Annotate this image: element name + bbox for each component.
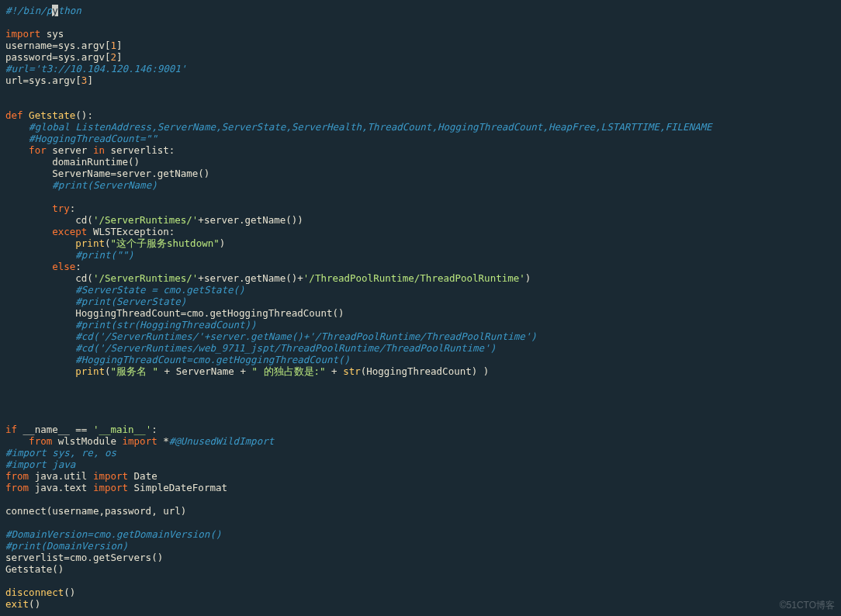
code-token: connect(username,password, url): [5, 505, 186, 517]
code-token: from: [5, 470, 29, 482]
code-token: def: [5, 109, 23, 121]
code-token: + ServerName +: [158, 365, 251, 377]
code-token: +server.getName()): [198, 214, 303, 226]
code-line: [5, 412, 836, 424]
code-token: import: [93, 482, 128, 493]
code-token: java.text: [29, 482, 93, 493]
code-token: Getstate(): [5, 563, 64, 575]
code-line: cd('/ServerRuntimes/'+server.getName()): [5, 214, 836, 226]
code-line: try:: [5, 202, 836, 214]
code-token: str: [343, 365, 361, 377]
code-token: ]: [116, 40, 123, 51]
code-token: [5, 179, 52, 191]
code-token: import: [93, 470, 128, 482]
code-token: " 的独占数是:": [251, 365, 325, 377]
code-token: exit: [5, 598, 29, 610]
code-token: cd(: [5, 272, 93, 284]
code-token: [5, 202, 52, 214]
code-token: [5, 330, 75, 342]
code-line: import sys: [5, 28, 836, 40]
code-token: print: [75, 237, 105, 249]
code-token: [5, 121, 29, 133]
code-line: #import java: [5, 459, 836, 470]
code-line: Getstate(): [5, 563, 836, 575]
code-token: in: [93, 144, 105, 156]
code-line: [5, 86, 836, 98]
code-token: from: [5, 482, 29, 493]
code-token: WLSTException:: [87, 226, 175, 237]
code-token: [5, 284, 75, 296]
code-token: [5, 133, 29, 144]
code-line: else:: [5, 261, 836, 272]
code-line: #import sys, re, os: [5, 447, 836, 459]
code-line: connect(username,password, url): [5, 505, 836, 517]
code-token: #print(str(HoggingThreadCount)): [75, 319, 256, 330]
code-token: import: [5, 28, 40, 40]
code-line: #!/bin/python: [5, 5, 836, 16]
code-token: #ServerState = cmo.getState(): [75, 284, 244, 296]
code-line: from java.util import Date: [5, 470, 836, 482]
code-token: wlstModule: [52, 435, 122, 447]
code-token: [5, 319, 75, 330]
code-token: 2: [110, 51, 116, 63]
code-token: #import sys, re, os: [5, 447, 116, 459]
code-line: [5, 575, 836, 587]
code-line: disconnect(): [5, 587, 836, 598]
code-token: #global ListenAddress,ServerName,ServerS…: [29, 121, 712, 133]
code-token: (HoggingThreadCount) ): [361, 365, 490, 377]
code-token: #HoggingThreadCount=cmo.getHoggingThread…: [75, 354, 350, 365]
code-token: #import java: [5, 459, 75, 470]
code-token: [5, 354, 75, 365]
code-token: #print(ServerName): [52, 179, 157, 191]
code-token: '__main__': [93, 424, 151, 435]
code-line: #print(ServerState): [5, 296, 836, 307]
code-token: [5, 226, 52, 237]
code-token: 1: [110, 40, 116, 51]
code-line: [5, 16, 836, 28]
code-token: "这个子服务shutdown": [110, 237, 219, 249]
code-token: cd(: [5, 214, 93, 226]
code-token: ]: [116, 51, 123, 63]
code-line: def Getstate():: [5, 109, 836, 121]
code-line: #HoggingThreadCount=cmo.getHoggingThread…: [5, 354, 836, 365]
code-line: #cd('/ServerRuntimes/'+server.getName()+…: [5, 330, 836, 342]
code-token: sys: [40, 28, 64, 40]
code-editor[interactable]: #!/bin/python import sysusername=sys.arg…: [0, 0, 841, 614]
code-line: HoggingThreadCount=cmo.getHoggingThreadC…: [5, 307, 836, 319]
code-token: url=sys.argv[: [5, 74, 81, 86]
code-line: #print(str(HoggingThreadCount)): [5, 319, 836, 330]
code-line: [5, 191, 836, 202]
code-token: #url='t3://10.104.120.146:9001': [5, 63, 186, 74]
code-line: domainRuntime(): [5, 156, 836, 168]
code-token: [5, 296, 75, 307]
code-token: [23, 109, 29, 121]
code-token: #cd('/ServerRuntimes/'+server.getName()+…: [75, 330, 537, 342]
code-token: #print(""): [75, 249, 133, 261]
code-line: url=sys.argv[3]: [5, 74, 836, 86]
code-line: from java.text import SimpleDateFormat: [5, 482, 836, 493]
code-line: #cd('/ServerRuntimes/web_9711_jspt/Threa…: [5, 342, 836, 354]
code-token: :: [151, 424, 157, 435]
code-token: [5, 249, 75, 261]
watermark-text: ©51CTO博客: [780, 600, 835, 611]
code-line: username=sys.argv[1]: [5, 40, 836, 51]
code-line: #url='t3://10.104.120.146:9001': [5, 63, 836, 74]
code-token: import: [123, 435, 157, 447]
code-line: ServerName=server.getName(): [5, 168, 836, 179]
code-line: from wlstModule import *#@UnusedWildImpo…: [5, 435, 836, 447]
code-token: ]: [87, 74, 93, 86]
code-token: SimpleDateFormat: [128, 482, 227, 493]
code-line: #DomainVersion=cmo.getDomainVersion(): [5, 528, 836, 540]
code-line: [5, 493, 836, 505]
code-token: #DomainVersion=cmo.getDomainVersion(): [5, 528, 221, 540]
code-token: serverlist=cmo.getServers(): [5, 552, 163, 563]
code-line: password=sys.argv[2]: [5, 51, 836, 63]
code-line: [5, 517, 836, 528]
code-token: (): [64, 587, 75, 598]
code-token: :: [70, 202, 76, 214]
code-token: server: [47, 144, 93, 156]
code-token: +: [326, 365, 344, 377]
code-token: disconnect: [5, 587, 64, 598]
code-token: [5, 237, 75, 249]
code-line: except WLSTException:: [5, 226, 836, 237]
